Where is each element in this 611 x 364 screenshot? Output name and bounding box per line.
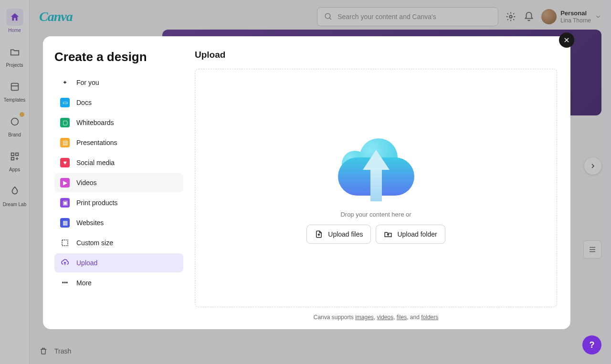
drop-text: Drop your content here or: [340, 211, 411, 218]
presentation-icon: ▤: [60, 138, 70, 147]
menu-videos[interactable]: ▶ Videos: [54, 173, 183, 192]
whiteboard-icon: ▢: [60, 118, 70, 127]
menu-more[interactable]: ••• More: [54, 273, 183, 292]
menu-docs[interactable]: ▭ Docs: [54, 93, 183, 112]
menu-websites[interactable]: ▦ Websites: [54, 213, 183, 232]
svg-rect-14: [62, 240, 68, 246]
file-upload-icon: [315, 230, 323, 239]
menu-presentations[interactable]: ▤ Presentations: [54, 133, 183, 152]
close-icon: [563, 37, 570, 43]
more-icon: •••: [60, 278, 70, 288]
menu-upload[interactable]: Upload: [54, 253, 183, 272]
modal-sidebar: Create a design ✦ For you ▭ Docs ▢ White…: [43, 36, 195, 329]
close-button[interactable]: [559, 32, 574, 48]
upload-icon: [60, 258, 70, 268]
menu-social-media[interactable]: ♥ Social media: [54, 153, 183, 172]
modal-content: Upload Drop your content here or Upload …: [195, 36, 570, 329]
help-button[interactable]: ?: [582, 335, 601, 354]
link-folders[interactable]: folders: [421, 314, 438, 321]
menu-print-products[interactable]: ▣ Print products: [54, 193, 183, 212]
upload-files-button[interactable]: Upload files: [306, 225, 371, 244]
cloud-upload-icon: [333, 133, 419, 204]
support-text: Canva supports images, videos, files, an…: [195, 314, 557, 321]
menu-whiteboards[interactable]: ▢ Whiteboards: [54, 113, 183, 132]
link-videos[interactable]: videos: [377, 314, 393, 321]
modal-title: Create a design: [54, 50, 183, 64]
print-icon: ▣: [60, 198, 70, 208]
upload-folder-button[interactable]: Upload folder: [376, 225, 445, 244]
docs-icon: ▭: [60, 98, 70, 107]
help-icon: ?: [590, 340, 595, 350]
upload-heading: Upload: [195, 50, 557, 60]
menu-for-you[interactable]: ✦ For you: [54, 73, 183, 92]
drop-zone[interactable]: Drop your content here or Upload files U…: [195, 69, 557, 307]
heart-icon: ♥: [60, 158, 70, 167]
resize-icon: [60, 238, 70, 248]
folder-upload-icon: [384, 230, 392, 239]
video-icon: ▶: [60, 178, 70, 187]
website-icon: ▦: [60, 218, 70, 228]
link-files[interactable]: files: [397, 314, 407, 321]
create-design-modal: Create a design ✦ For you ▭ Docs ▢ White…: [43, 36, 570, 329]
link-images[interactable]: images: [355, 314, 374, 321]
sparkle-icon: ✦: [60, 78, 70, 87]
menu-custom-size[interactable]: Custom size: [54, 233, 183, 252]
